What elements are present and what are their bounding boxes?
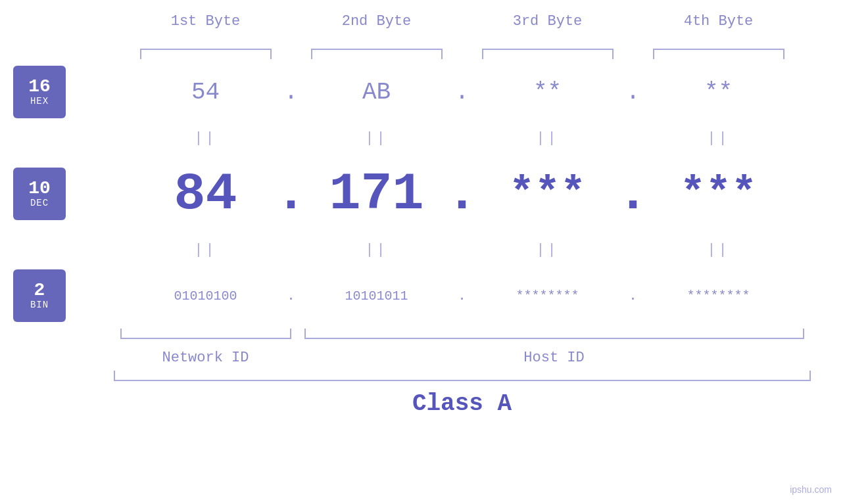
- dec-row: 10 DEC 84 . 171 . *** . ***: [35, 151, 811, 237]
- hex-dot2: .: [443, 79, 482, 106]
- eq-row-1: || || || ||: [35, 125, 811, 151]
- dec-byte3: ***: [482, 170, 614, 218]
- eq-row-2: || || || ||: [35, 237, 811, 263]
- bin-byte1: 01010100: [140, 288, 272, 304]
- bin-byte4: ********: [653, 288, 785, 304]
- main-container: 1st Byte 2nd Byte 3rd Byte 4th Byte 16 H…: [0, 0, 845, 504]
- bracket-byte4: [653, 49, 785, 59]
- host-id-label: Host ID: [304, 350, 804, 366]
- id-labels: Network ID Host ID: [15, 344, 831, 371]
- byte4-header: 4th Byte: [653, 13, 785, 30]
- dec-byte4: ***: [653, 170, 785, 218]
- class-label-row: Class A: [9, 384, 837, 423]
- bottom-brackets: [15, 329, 831, 344]
- bin-byte2: 10101011: [311, 288, 443, 304]
- hex-byte4: **: [653, 79, 785, 106]
- eq1-b3: ||: [482, 130, 614, 147]
- byte2-header: 2nd Byte: [311, 13, 443, 30]
- bracket-byte1: [140, 49, 272, 59]
- eq2-b4: ||: [653, 242, 785, 258]
- hex-dot1: .: [272, 79, 311, 106]
- byte-headers: 1st Byte 2nd Byte 3rd Byte 4th Byte: [35, 0, 811, 46]
- bin-dot2: .: [443, 288, 482, 304]
- dec-byte1: 84: [140, 164, 272, 224]
- dec-dot2: .: [443, 164, 482, 224]
- hex-byte2: AB: [311, 79, 443, 106]
- eq2-b1: ||: [140, 242, 272, 258]
- hex-byte1: 54: [140, 79, 272, 106]
- byte3-header: 3rd Byte: [482, 13, 614, 30]
- bin-byte3: ********: [482, 288, 614, 304]
- network-id-bracket: [120, 329, 291, 339]
- bin-dot3: .: [614, 288, 653, 304]
- eq1-b1: ||: [140, 130, 272, 147]
- class-label: Class A: [114, 390, 811, 417]
- watermark: ipshu.com: [790, 484, 832, 496]
- class-bracket: [114, 371, 811, 381]
- top-brackets: [35, 46, 811, 59]
- bin-dot1: .: [272, 288, 311, 304]
- dec-dot3: .: [614, 164, 653, 224]
- hex-row: 16 HEX 54 . AB . ** . **: [35, 59, 811, 125]
- bin-row: 2 BIN 01010100 . 10101011 . ******** . *…: [35, 263, 811, 329]
- class-bracket-row: [9, 371, 837, 384]
- byte1-header: 1st Byte: [140, 13, 272, 30]
- host-id-bracket: [304, 329, 804, 339]
- dec-badge: 10 DEC: [13, 168, 66, 220]
- dec-byte2: 171: [311, 164, 443, 224]
- hex-dot3: .: [614, 79, 653, 106]
- eq2-b3: ||: [482, 242, 614, 258]
- hex-badge: 16 HEX: [13, 66, 66, 118]
- bin-badge: 2 BIN: [13, 269, 66, 322]
- network-id-label: Network ID: [120, 350, 291, 366]
- dec-dot1: .: [272, 164, 311, 224]
- eq2-b2: ||: [311, 242, 443, 258]
- bracket-byte3: [482, 49, 614, 59]
- eq1-b4: ||: [653, 130, 785, 147]
- eq1-b2: ||: [311, 130, 443, 147]
- hex-byte3: **: [482, 79, 614, 106]
- bracket-byte2: [311, 49, 443, 59]
